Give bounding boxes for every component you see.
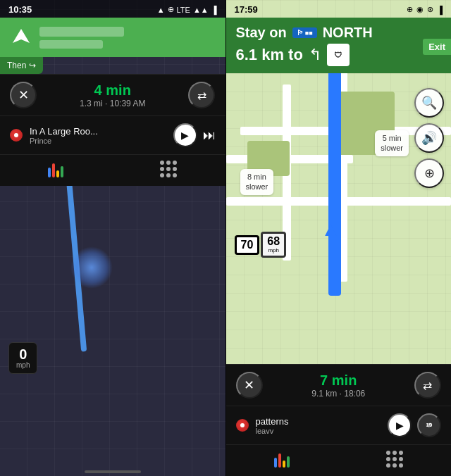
right-status-bar: 17:59 ⊕ ◉ ⊛ ▐ bbox=[226, 0, 452, 18]
posted-speed-sign: 70 bbox=[235, 235, 260, 255]
highway-badge: 🏳 ■■ bbox=[292, 27, 317, 38]
highway-flag-icon: 🏳 bbox=[297, 29, 304, 37]
trip-distance-arrival: 1.3 mi · 10:39 AM bbox=[80, 99, 145, 108]
speed-unit: mph bbox=[16, 361, 30, 369]
left-map-panel: 10:35 ▲ ⊕ LTE ▲▲ ▐ Then ↪ 🔍 🔊 ⊕ 0 bbox=[0, 0, 226, 476]
battery-icon: ▐ bbox=[211, 6, 217, 14]
nav-banner-info-blurred bbox=[39, 40, 103, 49]
right-status-icons: ⊕ ◉ ⊛ ▐ bbox=[407, 5, 443, 14]
right-alternate-routes-button[interactable]: ⇄ bbox=[414, 372, 441, 399]
distance-text: 6.1 km to bbox=[236, 46, 303, 64]
home-indicator bbox=[85, 470, 141, 473]
highway-badge-label: ■■ bbox=[305, 30, 313, 37]
apps-grid-button[interactable] bbox=[160, 161, 177, 177]
signal-icon: ▲▲ bbox=[193, 6, 209, 14]
speed-limit-group: 70 68 mph bbox=[235, 232, 287, 258]
speed-unit-label: mph bbox=[267, 247, 280, 253]
nav-direction-line2: 6.1 km to ↰ 🛡 bbox=[236, 44, 442, 66]
nav-direction-line1: Stay on 🏳 ■■ NORTH bbox=[236, 25, 442, 41]
close-navigation-button[interactable]: ✕ bbox=[10, 82, 37, 108]
right-location-icon: ⊕ bbox=[407, 5, 413, 14]
right-map-panel: 17:59 ⊕ ◉ ⊛ ▐ Exit Stay on 🏳 ■■ NORTH 6.… bbox=[226, 0, 452, 476]
then-label: Then bbox=[7, 61, 26, 70]
right-music-title: patterns bbox=[256, 416, 381, 427]
posted-speed-value: 70 bbox=[241, 239, 254, 251]
current-speed-value: 68 bbox=[267, 236, 280, 247]
left-trip-bar: ✕ 4 min 1.3 mi · 10:39 AM ⇄ bbox=[0, 74, 226, 115]
music-source-youtube-icon bbox=[10, 129, 23, 142]
right-close-navigation-button[interactable]: ✕ bbox=[236, 372, 263, 399]
right-music-artist: leavv bbox=[256, 427, 381, 435]
left-status-icons: ▲ ⊕ LTE ▲▲ ▐ bbox=[157, 5, 217, 14]
highway-route bbox=[328, 70, 341, 296]
music-artist: Prince bbox=[30, 137, 166, 145]
speed-value: 0 bbox=[16, 347, 30, 361]
road-shield-badge: 🛡 bbox=[327, 44, 350, 66]
right-report-button[interactable]: ⊕ bbox=[414, 158, 444, 188]
right-bottom-nav bbox=[226, 444, 452, 476]
then-badge: Then ↪ bbox=[0, 57, 43, 74]
right-map-controls: 🔍 🔊 ⊕ bbox=[414, 88, 444, 188]
right-apps-grid-button[interactable] bbox=[386, 451, 403, 468]
stay-on-text: Stay on bbox=[236, 25, 287, 41]
music-info: In A Large Roo... Prince bbox=[30, 126, 166, 145]
right-signal-icon: ◉ bbox=[416, 5, 424, 14]
slowdown-badge-1: 5 minslower bbox=[375, 130, 409, 156]
right-nav-banner: Exit Stay on 🏳 ■■ NORTH 6.1 km to ↰ 🛡 bbox=[226, 18, 452, 73]
alternate-routes-button[interactable]: ⇄ bbox=[188, 82, 215, 108]
north-direction-text: NORTH bbox=[323, 25, 373, 41]
trip-eta-time: 4 min bbox=[80, 82, 145, 99]
right-eta-time: 7 min bbox=[311, 372, 365, 389]
turn-icon: ↰ bbox=[309, 46, 321, 64]
exit-sign: Exit bbox=[423, 39, 451, 55]
music-play-button[interactable]: ▶ bbox=[173, 123, 197, 147]
svg-marker-0 bbox=[13, 29, 30, 43]
music-skip-button[interactable]: ⏭ bbox=[203, 128, 216, 143]
current-speed-sign: 68 mph bbox=[261, 232, 286, 258]
replay-seconds: 30 bbox=[426, 422, 433, 428]
trip-info: 4 min 1.3 mi · 10:39 AM bbox=[80, 82, 145, 108]
slowdown-badge-2: 8 minslower bbox=[240, 169, 274, 195]
right-music-replay-button[interactable]: ↺ 30 bbox=[417, 413, 441, 437]
right-clock: 17:59 bbox=[235, 4, 258, 15]
car-position-arrow: ▲ bbox=[321, 218, 341, 241]
left-music-bar: In A Large Roo... Prince ▶ ⏭ bbox=[0, 115, 226, 154]
left-status-bar: 10:35 ▲ ⊕ LTE ▲▲ ▐ bbox=[0, 0, 226, 18]
right-music-bar: patterns leavv ▶ ↺ 30 bbox=[226, 406, 452, 444]
google-assistant-button[interactable] bbox=[48, 161, 63, 177]
left-nav-banner bbox=[0, 18, 226, 57]
then-arrow-icon: ↪ bbox=[29, 61, 36, 70]
right-settings-icon: ⊛ bbox=[427, 5, 433, 14]
direction-arrow-up bbox=[10, 26, 32, 49]
right-music-controls: ▶ ↺ 30 bbox=[388, 413, 441, 437]
right-trip-bar: ✕ 7 min 9.1 km · 18:06 ⇄ bbox=[226, 364, 452, 406]
left-clock: 10:35 bbox=[8, 4, 32, 15]
left-bottom-nav bbox=[0, 154, 226, 186]
right-search-button[interactable]: 🔍 bbox=[414, 88, 444, 118]
location-icon: ⊕ bbox=[168, 5, 174, 14]
music-controls: ▶ ⏭ bbox=[173, 123, 216, 147]
panel-divider bbox=[226, 0, 226, 476]
right-google-assistant-button[interactable] bbox=[274, 451, 290, 468]
right-distance-arrival: 9.1 km · 18:06 bbox=[311, 389, 365, 399]
right-trip-info: 7 min 9.1 km · 18:06 bbox=[311, 372, 365, 399]
speed-display: 0 mph bbox=[8, 342, 37, 374]
music-title: In A Large Roo... bbox=[30, 126, 166, 137]
nav-banner-text bbox=[39, 27, 217, 49]
left-car-position bbox=[70, 246, 113, 289]
right-battery-icon: ▐ bbox=[437, 6, 443, 14]
right-volume-button[interactable]: 🔊 bbox=[414, 123, 444, 153]
right-music-source-icon bbox=[236, 419, 249, 432]
notification-icon: ▲ bbox=[157, 6, 165, 14]
right-music-info: patterns leavv bbox=[256, 416, 381, 435]
network-icon: LTE bbox=[177, 6, 190, 14]
right-music-play-button[interactable]: ▶ bbox=[388, 413, 412, 437]
nav-banner-street-blurred bbox=[39, 27, 124, 37]
